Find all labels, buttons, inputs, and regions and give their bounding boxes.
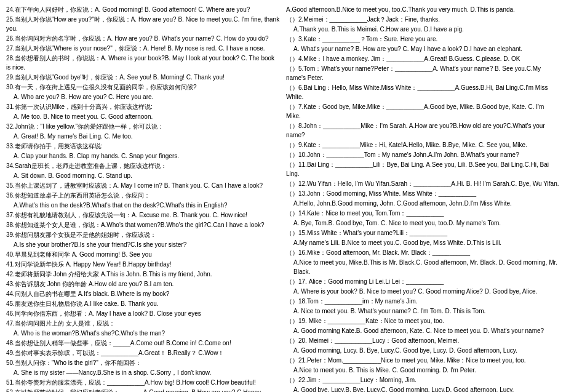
list-item: A. Nice to meet you. B. What's your name… xyxy=(293,306,560,316)
list-item: A. Bye, Tom.B. Good bye, Tom. C. Nice to… xyxy=(293,218,560,228)
list-item: 31.你第一次认识Mike，感到十分高兴，你应该这样说: xyxy=(6,102,280,111)
list-item: A. Me too. B. Nice to meet you. C. Good … xyxy=(14,112,280,121)
list-item: 28.当你想看别人的书时，你说说：A. Where is your book?B… xyxy=(6,54,280,72)
list-item: 35.当你上课迟到了，进教室时应该说：A. May I come in? B. … xyxy=(6,181,280,190)
list-item: 40.早晨见到老师和同学 A. Good morning! B. See you xyxy=(6,250,280,259)
list-item: 42.老师将新同学 John 介绍给大家 A.This is John. B.T… xyxy=(6,270,280,279)
list-item: 46.同学向你借东西，你想看：A. May I have a look? B. … xyxy=(6,309,280,318)
list-item: （）14.Kate：Nice to meet you, Tom.Tom：____… xyxy=(286,209,560,218)
left-column: 24.在下午向人问好时，你应说：A. Good morning! B. Good… xyxy=(6,5,280,392)
list-item: 47.当你询问图片上的 女人是谁，应说： xyxy=(6,319,280,328)
list-item: 30.有一天，你在街上遇见一位很久没有见面的同学，你应该如何问候? xyxy=(6,82,280,92)
list-item: （）16.Mike：Good afternoon, Mr. Black. Mr.… xyxy=(286,248,560,257)
list-item: 50.当别人问你："Who is the girl?"，你不能回答： xyxy=(6,358,280,367)
list-item: （）13.John：Good morning, Miss White. Miss… xyxy=(286,189,560,198)
list-item: A. Clap your hands. B. Clap my hands. C.… xyxy=(14,151,280,161)
list-item: A.What's this on the desk?B.What's that … xyxy=(14,201,280,210)
list-item: 27.当别人对你说"Where is your nose?"，你应说：A. He… xyxy=(6,44,280,53)
list-item: A. Good morning, Lucy. B. Bye, Lucy.C. G… xyxy=(293,346,560,355)
list-item: 36.你想知道放桌子上的东西用英语怎么说，你应问： xyxy=(6,191,280,200)
list-item: （）20. Meimei：___________Lucy：Good aftern… xyxy=(286,336,560,345)
list-item: A.Nice to meet you, Mike.B.This is Mr. B… xyxy=(293,258,560,276)
list-item: （）10.John：___________Tom：My name's John.… xyxy=(286,150,560,159)
list-item: A. She is my sister ——Nancy.B.She is in … xyxy=(14,368,280,377)
list-item: 44.问别人自己的书在哪里 A.It's black. B.Where is m… xyxy=(6,289,280,298)
list-item: A.Thank you. B.This is Meimei. C.How are… xyxy=(293,25,560,34)
list-item: （）21.Peter：Mom.___________Nice to meet y… xyxy=(286,356,560,365)
list-item: A.Nice to meet you. B. This is Mike. C. … xyxy=(293,366,560,375)
list-item: （）9.Kate：___________Mike：Hi, Kate!A.Hell… xyxy=(286,140,560,150)
list-item: A.Good afternoon.B.Nice to meet you, too… xyxy=(286,5,560,14)
list-item: （）5.Tom：What's your name?Peter：_________… xyxy=(286,64,560,82)
list-item: A.My name's Lili. B.Nice to meet you.C. … xyxy=(293,238,560,247)
list-item: 51.当你夸赞对方的服装漂亮，应说：___________A.How big! … xyxy=(6,378,280,387)
list-item: 39.你想问朋友那个女孩是不是他的姐姐时，你应该说： xyxy=(6,230,280,239)
list-item: （）12.Wu Yifan：Hello, I'm Wu Yifan.Sarah：… xyxy=(286,179,560,188)
list-item: 41.对同学说新年快乐 A. Happy New Year! B.Happy b… xyxy=(6,260,280,269)
list-item: A. Where is your book? B. Nice to meet y… xyxy=(293,287,560,296)
list-item: 29.当别人对你说"Good bye"时，你应说：A. See you! B. … xyxy=(6,73,280,82)
list-item: A. Great! B. My name's Bai Ling. C. Me t… xyxy=(14,132,280,141)
list-item: 49.当你对事实表示惊叹，可以说：___________A.Great！ B.R… xyxy=(6,348,280,358)
list-item: （）19. Mike：___________Kate：Nice to meet … xyxy=(286,316,560,326)
list-item: 52.在过教师节的时候，我们应对老师说：_______A.Good mornin… xyxy=(6,388,280,392)
list-item: A.Is she your brother?B.Is she your frie… xyxy=(14,240,280,249)
list-item: （）11.Bai Ling：___________Lili：Bye, Bai L… xyxy=(286,160,560,178)
list-item: A.Hello, John.B.Good morning, John. C.Go… xyxy=(293,199,560,208)
list-item: A. What's your name? B. How are you? C. … xyxy=(293,44,560,54)
right-column: A.Good afternoon.B.Nice to meet you, too… xyxy=(286,5,560,392)
list-item: A. Sit down. B. Good morning. C. Stand u… xyxy=(14,171,280,180)
list-item: （）8.John：___________Mike：I'm Sarah. A.Ho… xyxy=(286,121,560,140)
list-item: A. Good morning Kate.B. Good afternoon, … xyxy=(293,326,560,335)
list-item: 33.老师请你拍手，用英语该这样说: xyxy=(6,142,280,151)
list-item: A. Good bye, Lucy.B. Bye, Lucy.C. Good m… xyxy=(293,385,560,392)
list-item: 37.你想有礼貌地请教别人，你应该先说一句：A. Excuse me. B. T… xyxy=(6,210,280,220)
list-item: （）18.Tom：___________im：My name's Jim. xyxy=(286,297,560,306)
list-item: （）7.Kate：Good bye, Mike.Mike：___________… xyxy=(286,102,560,121)
list-item: （）3.Kate：___________？Tom：Sure. Here you … xyxy=(286,34,560,44)
list-item: （）15.Miss White：What's your name?Lili：__… xyxy=(286,228,560,238)
list-item: （）2.Meimei：___________Jack？Jack：Fine, th… xyxy=(286,15,560,24)
list-item: 24.在下午向人问好时，你应说：A. Good morning! B. Good… xyxy=(6,5,280,14)
list-item: （）4.Mike：I have a monkey. Jim：__________… xyxy=(286,54,560,63)
list-item: 32.John说："I like yellow."你的爱好跟他一样，你可以说： xyxy=(6,122,280,131)
list-item: 25.当别人对你说"How are you?"时，你应说：A. How are … xyxy=(6,15,280,33)
list-item: 38.你想知道某个女人是谁，你说：A.Who's that women?B.Wh… xyxy=(6,220,280,230)
list-item: 45.朋友送你生日礼物后你说 A.I like cake. B. Thank y… xyxy=(6,299,280,308)
list-item: （）22.Jim：___________Lucy：Morning, Jim. xyxy=(286,375,560,385)
main-columns: 24.在下午向人问好时，你应说：A. Good morning! B. Good… xyxy=(6,5,560,392)
list-item: A. Who is the woman?B.What's she?C.Who's… xyxy=(14,329,280,338)
list-item: 26.当你询问对方的名字时，你应说：A. How are you? B. Wha… xyxy=(6,34,280,43)
list-item: 34.Sarah是班长，老师走进教室准备上课，她应该这样说： xyxy=(6,161,280,170)
list-item: （）17. Alice：Good morning Li Lei.Li Lei：_… xyxy=(286,277,560,286)
list-item: （）6.Bai Ling：Hello, Miss White.Miss Whit… xyxy=(286,83,560,102)
list-item: A. Who are you? B. How are you? C. Here … xyxy=(14,92,280,102)
list-item: 48.当你想让别人稍等一做些事，应说：_____A.Come out! B.Co… xyxy=(6,338,280,348)
list-item: 43.你告诉朋友 John 你的年龄 A.How old are you? B.… xyxy=(6,279,280,289)
